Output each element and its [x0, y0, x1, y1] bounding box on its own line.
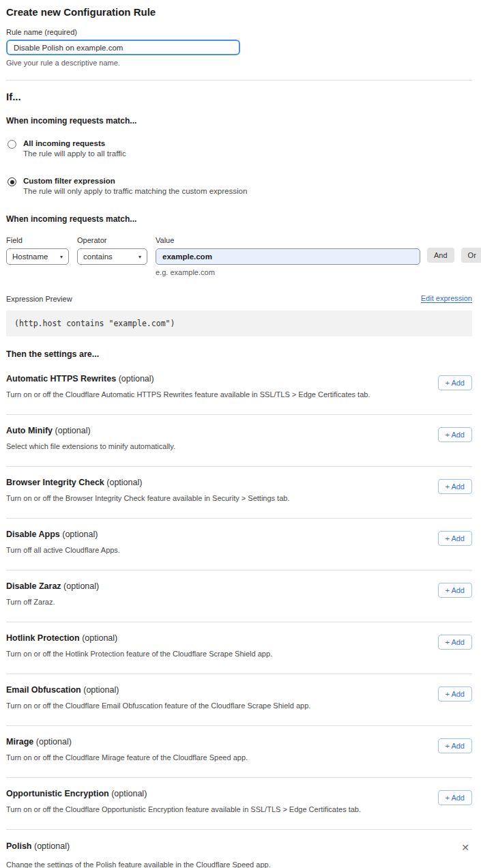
- setting-text: Email Obfuscation (optional) Turn on or …: [6, 685, 438, 710]
- optional-tag: (optional): [106, 478, 142, 487]
- setting-name: Automatic HTTPS Rewrites: [6, 374, 116, 384]
- optional-tag: (optional): [36, 737, 72, 747]
- setting-description: Turn on or off the Cloudflare Mirage fea…: [6, 753, 424, 762]
- setting-row-polish-expanded: Polish (optional) ✕ Change the settings …: [6, 830, 472, 868]
- setting-text: Opportunistic Encryption (optional) Turn…: [6, 789, 438, 813]
- value-label: Value: [156, 236, 420, 244]
- settings-list: Automatic HTTPS Rewrites (optional) Turn…: [6, 363, 472, 830]
- match-heading: When incoming requests match...: [6, 116, 472, 126]
- setting-title: Email Obfuscation (optional): [6, 685, 424, 695]
- setting-row-auto-minify: Auto Minify (optional) Select which file…: [6, 415, 472, 467]
- setting-name: Mirage: [6, 737, 33, 747]
- setting-description: Turn on or off the Cloudflare Opportunis…: [6, 805, 424, 813]
- setting-description: Select which file extensions to minify a…: [6, 442, 424, 450]
- setting-title: Hotlink Protection (optional): [6, 633, 424, 643]
- setting-name: Polish: [6, 841, 32, 851]
- value-input[interactable]: [156, 248, 420, 265]
- field-column: Field Hostname ▾: [6, 236, 69, 265]
- close-icon[interactable]: ✕: [458, 841, 472, 854]
- field-select[interactable]: Hostname ▾: [6, 248, 69, 265]
- setting-description: Turn on or off the Hotlink Protection fe…: [6, 650, 424, 658]
- setting-description: Turn on or off the Browser Integrity Che…: [6, 494, 424, 502]
- radio-unchecked-icon[interactable]: [8, 140, 16, 149]
- setting-row-disable-apps: Disable Apps (optional) Turn off all act…: [6, 519, 472, 570]
- setting-text: Hotlink Protection (optional) Turn on or…: [6, 633, 438, 658]
- field-select-value: Hostname: [12, 252, 48, 261]
- setting-row-hotlink-protection: Hotlink Protection (optional) Turn on or…: [6, 622, 472, 674]
- expression-builder-heading: When incoming requests match...: [6, 214, 472, 224]
- expression-preview-header: Expression Preview Edit expression: [6, 294, 472, 303]
- match-type-radio-group: All incoming requests The rule will appl…: [6, 139, 472, 195]
- if-heading: If...: [6, 91, 472, 102]
- setting-name: Hotlink Protection: [6, 633, 80, 643]
- setting-name: Opportunistic Encryption: [6, 789, 109, 798]
- setting-description: Turn off all active Cloudflare Apps.: [6, 546, 424, 554]
- edit-expression-link[interactable]: Edit expression: [421, 294, 472, 303]
- radio-description: The rule will apply to all traffic: [23, 149, 126, 158]
- setting-row-mirage: Mirage (optional) Turn on or off the Clo…: [6, 726, 472, 778]
- radio-custom-filter-expression[interactable]: Custom filter expression The rule will o…: [6, 177, 472, 195]
- setting-description: Change the settings of the Polish featur…: [6, 860, 472, 868]
- add-button[interactable]: + Add: [438, 375, 472, 390]
- setting-description: Turn on or off the Cloudflare Automatic …: [6, 390, 424, 399]
- value-column: Value e.g. example.com: [156, 236, 420, 276]
- operator-column: Operator contains ▾: [77, 236, 147, 265]
- operator-label: Operator: [77, 236, 147, 244]
- page-title: Create new Configuration Rule: [6, 6, 472, 18]
- add-button[interactable]: + Add: [438, 790, 472, 805]
- setting-title: Disable Apps (optional): [6, 530, 424, 539]
- setting-name: Email Obfuscation: [6, 685, 81, 695]
- add-button[interactable]: + Add: [438, 583, 472, 598]
- add-button[interactable]: + Add: [438, 427, 472, 442]
- chevron-down-icon: ▾: [60, 254, 63, 260]
- create-configuration-rule-form: Create new Configuration Rule Rule name …: [0, 0, 481, 868]
- expression-code-text: (http.host contains "example.com"): [14, 319, 175, 328]
- add-button[interactable]: + Add: [438, 738, 472, 753]
- field-label: Field: [6, 236, 69, 244]
- rule-name-input[interactable]: [6, 40, 240, 55]
- optional-tag: (optional): [63, 581, 99, 591]
- chevron-down-icon: ▾: [139, 254, 141, 260]
- setting-description: Turn on or off the Cloudflare Email Obfu…: [6, 701, 424, 710]
- setting-title: Disable Zaraz (optional): [6, 581, 424, 591]
- radio-checked-icon[interactable]: [8, 177, 16, 186]
- add-button[interactable]: + Add: [438, 686, 472, 701]
- expression-builder-row: Field Hostname ▾ Operator contains ▾ Val…: [6, 236, 472, 276]
- setting-row-automatic-https-rewrites: Automatic HTTPS Rewrites (optional) Turn…: [6, 363, 472, 415]
- setting-row-disable-zaraz: Disable Zaraz (optional) Turn off Zaraz.…: [6, 570, 472, 622]
- optional-tag: (optional): [62, 530, 98, 539]
- setting-title: Browser Integrity Check (optional): [6, 478, 424, 487]
- radio-all-incoming-requests[interactable]: All incoming requests The rule will appl…: [6, 139, 472, 158]
- optional-tag: (optional): [83, 685, 119, 695]
- setting-title: Auto Minify (optional): [6, 426, 424, 435]
- optional-tag: (optional): [34, 841, 70, 851]
- optional-tag: (optional): [111, 789, 147, 798]
- optional-tag: (optional): [119, 374, 154, 384]
- setting-name: Disable Zaraz: [6, 581, 61, 591]
- setting-title: Mirage (optional): [6, 737, 424, 747]
- setting-text: Mirage (optional) Turn on or off the Clo…: [6, 737, 438, 762]
- setting-row-browser-integrity-check: Browser Integrity Check (optional) Turn …: [6, 467, 472, 519]
- optional-tag: (optional): [55, 426, 91, 435]
- setting-text: Automatic HTTPS Rewrites (optional) Turn…: [6, 374, 438, 399]
- setting-name: Browser Integrity Check: [6, 478, 104, 487]
- operator-select[interactable]: contains ▾: [77, 248, 147, 265]
- setting-text: Browser Integrity Check (optional) Turn …: [6, 478, 438, 502]
- setting-name: Disable Apps: [6, 530, 60, 539]
- then-settings-heading: Then the settings are...: [6, 349, 472, 359]
- radio-label: All incoming requests: [23, 139, 126, 147]
- add-button[interactable]: + Add: [438, 479, 472, 494]
- add-button[interactable]: + Add: [438, 531, 472, 546]
- and-button[interactable]: And: [427, 248, 454, 263]
- rule-name-label: Rule name (required): [6, 28, 472, 36]
- polish-header: Polish (optional) ✕: [6, 841, 472, 854]
- expression-preview-code: (http.host contains "example.com"): [6, 310, 472, 336]
- optional-tag: (optional): [82, 633, 117, 643]
- setting-title: Polish (optional): [6, 841, 70, 851]
- setting-text: Disable Zaraz (optional) Turn off Zaraz.: [6, 581, 438, 606]
- radio-label: Custom filter expression: [23, 177, 247, 185]
- add-button[interactable]: + Add: [438, 635, 472, 650]
- and-or-buttons: And Or: [420, 248, 481, 263]
- or-button[interactable]: Or: [461, 248, 481, 263]
- setting-text: Auto Minify (optional) Select which file…: [6, 426, 438, 450]
